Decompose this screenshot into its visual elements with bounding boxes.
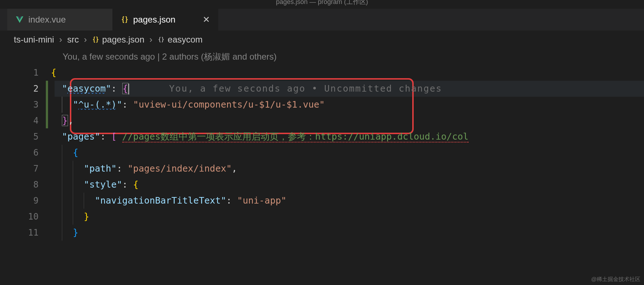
chevron-right-icon: › bbox=[150, 35, 152, 45]
json-icon bbox=[92, 36, 99, 43]
line-number: 5 bbox=[0, 129, 51, 145]
chevron-right-icon: › bbox=[84, 35, 87, 45]
line-number: 8 bbox=[0, 177, 51, 193]
json-icon bbox=[121, 16, 129, 24]
breadcrumb-segment[interactable]: easycom bbox=[158, 35, 203, 45]
line-number: 10 bbox=[0, 209, 51, 225]
line-number: 3 bbox=[0, 97, 51, 113]
watermark: @稀土掘金技术社区 bbox=[591, 276, 640, 283]
breadcrumb: ts-uni-mini › src › pages.json › easycom bbox=[0, 31, 644, 49]
line-number: 4 bbox=[0, 113, 51, 129]
code-line: 11 } bbox=[0, 225, 644, 241]
line-number: 6 bbox=[0, 145, 51, 161]
tab-pages-json[interactable]: pages.json ✕ bbox=[113, 9, 218, 31]
tab-index-vue[interactable]: index.vue bbox=[7, 9, 113, 31]
breadcrumb-segment[interactable]: ts-uni-mini bbox=[14, 35, 54, 45]
code-line: 4 }, bbox=[0, 113, 644, 129]
code-line: 9 "navigationBarTitleText": "uni-app" bbox=[0, 193, 644, 209]
code-line: 6 { bbox=[0, 145, 644, 161]
code-editor[interactable]: 1 { 2 "easycom": {You, a few seconds ago… bbox=[0, 65, 644, 241]
code-line: 10 } bbox=[0, 209, 644, 225]
window-title: pages.json — program (工作区) bbox=[0, 0, 644, 9]
vue-icon bbox=[15, 15, 24, 24]
tab-label: pages.json bbox=[133, 15, 175, 25]
code-line: 8 "style": { bbox=[0, 177, 644, 193]
code-line: 1 { bbox=[0, 65, 644, 81]
change-indicator bbox=[46, 81, 48, 128]
line-number: 2 bbox=[0, 81, 51, 97]
code-line: 2 "easycom": {You, a few seconds ago • U… bbox=[0, 81, 644, 97]
line-number: 7 bbox=[0, 161, 51, 177]
tab-bar: index.vue pages.json ✕ bbox=[0, 9, 644, 31]
code-line: 7 "path": "pages/index/index", bbox=[0, 161, 644, 177]
tab-label: index.vue bbox=[28, 15, 66, 25]
braces-icon bbox=[158, 36, 165, 43]
code-line: 3 "^u-(.*)": "uview-ui/components/u-$1/u… bbox=[0, 97, 644, 113]
breadcrumb-segment[interactable]: pages.json bbox=[92, 35, 144, 45]
line-number: 1 bbox=[0, 65, 51, 81]
code-line: 5 "pages": [ //pages数组中第一项表示应用启动页，参考：htt… bbox=[0, 129, 644, 145]
gitlens-header: You, a few seconds ago | 2 authors (杨淑媚 … bbox=[0, 49, 644, 65]
close-icon[interactable]: ✕ bbox=[199, 15, 210, 25]
line-number: 9 bbox=[0, 193, 51, 209]
line-number: 11 bbox=[0, 225, 51, 241]
chevron-right-icon: › bbox=[59, 35, 62, 45]
breadcrumb-segment[interactable]: src bbox=[67, 35, 79, 45]
gitlens-inline: You, a few seconds ago • Uncommitted cha… bbox=[129, 83, 442, 94]
